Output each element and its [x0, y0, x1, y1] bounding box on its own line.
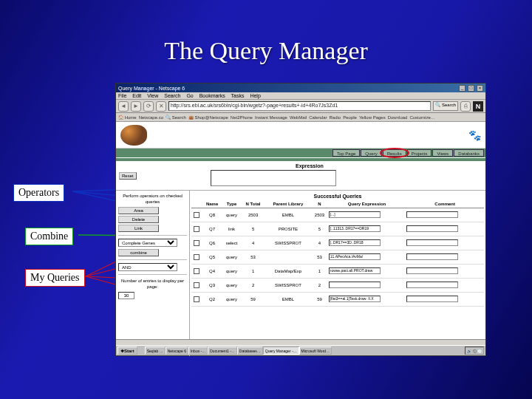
perpage-input[interactable]	[118, 292, 134, 299]
row-checkbox[interactable]	[194, 296, 200, 302]
url-input[interactable]: http://srs.ebi.ac.uk/srs6bin/cgi-bin/wge…	[168, 101, 431, 111]
slide-title: The Query Manager	[0, 0, 532, 72]
taskbar-item[interactable]: Document1 -…	[208, 347, 237, 355]
page-content: 🐾 Top Page Query Results Projects Views …	[116, 122, 485, 347]
row-comment-input[interactable]	[406, 211, 458, 218]
combine-select[interactable]: AND	[118, 263, 177, 271]
row-checkbox[interactable]	[194, 282, 200, 288]
row-comment-input[interactable]	[406, 239, 458, 246]
menu-search[interactable]: Search	[164, 93, 180, 98]
bm-search[interactable]: 🔍 Search	[166, 115, 186, 120]
op-delete-button[interactable]: Delete	[118, 216, 159, 223]
search-button[interactable]: 🔍 Search	[433, 101, 458, 111]
netscape-logo-icon: N	[473, 101, 483, 112]
op-link-button[interactable]: Link	[118, 225, 159, 232]
combine-button[interactable]: combine	[118, 249, 159, 256]
row-n: 59	[311, 293, 328, 307]
maximize-button[interactable]: □	[468, 85, 474, 92]
row-comment-input[interactable]	[406, 225, 458, 232]
forward-button[interactable]: ►	[131, 101, 141, 112]
bm-download[interactable]: Download	[388, 115, 408, 120]
row-n: 4	[311, 236, 328, 250]
perpage-title: Number of entries to display per page:	[118, 278, 187, 290]
table-row: Q3query2SWISSPROT2	[191, 279, 484, 293]
row-expr-input[interactable]: 11.APecAca./AvMa/	[329, 253, 381, 260]
row-lib: EMBL	[265, 208, 312, 222]
tab-views[interactable]: Views	[432, 149, 453, 157]
minimize-button[interactable]: _	[459, 85, 466, 92]
queries-table: Name Type N Total Parent Library N Query…	[191, 200, 484, 307]
bm-calendar[interactable]: Calendar	[309, 115, 327, 120]
row-n: 1	[311, 265, 328, 279]
tab-databanks[interactable]: Databanks	[454, 149, 484, 157]
tab-query[interactable]: Query	[361, 149, 381, 157]
row-checkbox[interactable]	[194, 212, 200, 218]
menu-view[interactable]: View	[147, 93, 158, 98]
windows-taskbar: ❖ Start Seqlab …Netscape 6Inbox -…Docume…	[116, 345, 485, 355]
op-area-button[interactable]: Area	[118, 207, 159, 214]
row-type: query	[222, 250, 242, 265]
taskbar-item[interactable]: Inbox -…	[188, 347, 208, 355]
bm-people[interactable]: People	[343, 115, 357, 120]
menu-file[interactable]: File	[118, 93, 126, 98]
menu-help[interactable]: Help	[250, 93, 260, 98]
row-expr-input[interactable]: rowse.pact.all.PROT.draw	[329, 267, 381, 274]
row-expr-input[interactable]	[329, 282, 381, 288]
row-comment-input[interactable]	[406, 253, 458, 260]
bm-yellowpages[interactable]: Yellow Pages	[359, 115, 386, 120]
menu-go[interactable]: Go	[186, 93, 193, 98]
taskbar-item[interactable]: Databases…	[237, 347, 263, 355]
row-expr-input[interactable]: [...]	[329, 211, 381, 218]
reset-row: Reset Expression	[116, 161, 485, 191]
bm-shop[interactable]: 👜 Shop@Netscape	[188, 115, 228, 120]
queries-title: Successful Queries	[191, 194, 484, 199]
row-checkbox[interactable]	[194, 226, 200, 232]
main-area: Perform operators on checked queries Are…	[116, 191, 485, 356]
bm-customize[interactable]: Customize…	[409, 115, 434, 120]
bm-webmail[interactable]: WebMail	[290, 115, 307, 120]
row-checkbox[interactable]	[194, 268, 200, 274]
results-panel: Successful Queries Name Type N Total Par…	[190, 191, 485, 356]
row-ntotal: 2503	[242, 208, 265, 222]
taskbar-item[interactable]: Netscape 6	[166, 347, 188, 355]
bm-radio[interactable]: Radio	[330, 115, 341, 120]
bm-im[interactable]: Instant Message	[255, 115, 287, 120]
row-comment-input[interactable]	[406, 282, 458, 288]
row-ntotal: 2	[242, 279, 265, 293]
back-button[interactable]: ◄	[118, 101, 129, 112]
tab-top-page[interactable]: Top Page	[332, 149, 360, 157]
taskbar-item[interactable]: Microsoft Word…	[299, 347, 332, 355]
row-expr-input[interactable]: [..11313..DR17==DR19	[329, 225, 381, 232]
bm-netscape[interactable]: Netscape.co	[139, 115, 163, 120]
row-n: 5	[311, 222, 328, 236]
bm-net2phone[interactable]: Net2Phone	[231, 115, 253, 120]
row-name: Q7	[202, 222, 222, 236]
reload-button[interactable]: ⟳	[143, 101, 154, 112]
link-select[interactable]: Complete Genes	[118, 239, 177, 247]
close-button[interactable]: ×	[477, 85, 483, 92]
stop-button[interactable]: ✕	[156, 101, 166, 112]
row-comment-input[interactable]	[406, 267, 458, 274]
row-comment-input[interactable]	[406, 296, 458, 302]
row-checkbox[interactable]	[194, 254, 200, 260]
row-expr-input[interactable]: [..DR17==3D..DR18	[329, 239, 381, 246]
tab-results[interactable]: Results	[383, 149, 406, 157]
taskbar-item[interactable]: Query Manager -…	[263, 347, 299, 355]
print-button[interactable]: ⎙	[460, 101, 471, 112]
table-row: Q7link5PROSITE5[..11313..DR17==DR19	[191, 222, 484, 236]
start-button[interactable]: ❖ Start	[117, 347, 137, 355]
taskbar-item[interactable]: Seqlab …	[145, 347, 166, 355]
row-expr-input[interactable]: [flat3==al.1]Task.draw: II.X	[329, 296, 381, 302]
menu-bookmarks[interactable]: Bookmarks	[200, 93, 225, 98]
menu-edit[interactable]: Edit	[132, 93, 141, 98]
tab-projects[interactable]: Projects	[407, 149, 432, 157]
expression-input[interactable]	[211, 170, 336, 186]
row-type: link	[222, 222, 242, 236]
bm-home[interactable]: 🏠 Home	[118, 115, 137, 120]
menubar: File Edit View Search Go Bookmarks Tasks…	[116, 92, 485, 100]
reset-button[interactable]: Reset	[119, 172, 137, 180]
menu-tasks[interactable]: Tasks	[231, 93, 245, 98]
row-name: Q8	[202, 208, 222, 222]
row-name: Q4	[202, 265, 222, 279]
row-checkbox[interactable]	[194, 240, 200, 246]
